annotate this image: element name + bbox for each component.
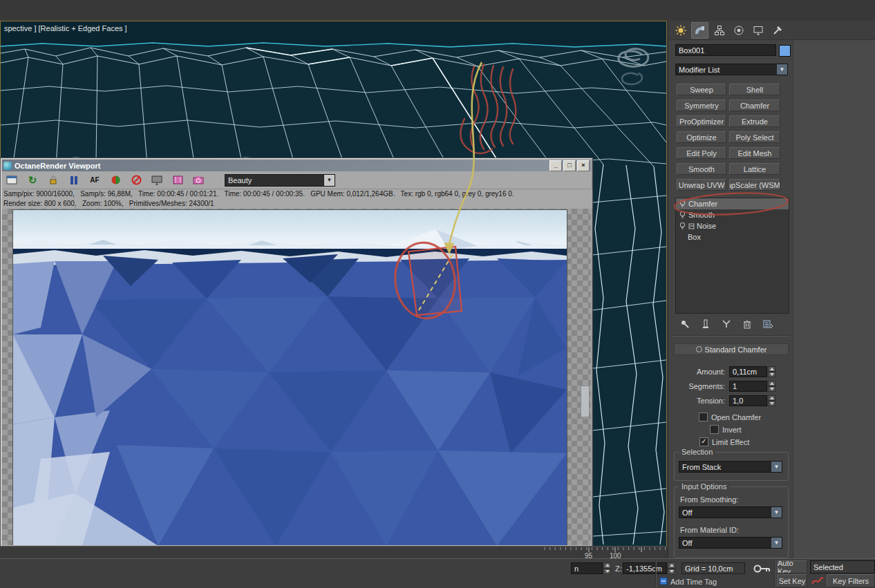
add-time-tag[interactable]: Add Time Tag [670, 578, 717, 586]
selection-set-dropdown[interactable]: Selected [810, 560, 875, 573]
z-spinner[interactable] [668, 562, 675, 574]
set-key-button[interactable]: Set Key [777, 574, 807, 587]
app-root: spective ] [Realistic + Edged Faces ] [0, 0, 875, 588]
viewport-lock-icon[interactable] [5, 173, 19, 187]
render-pass-dropdown[interactable]: Beauty ▼ [225, 174, 335, 187]
modifier-button-unwrapuvw[interactable]: Unwrap UVW [677, 179, 726, 191]
modifier-button-editmesh[interactable]: Edit Mesh [729, 147, 780, 159]
curves-icon[interactable] [811, 576, 824, 587]
from-material-dropdown[interactable]: Off ▼ [679, 537, 782, 549]
segments-label: Segments: [682, 382, 725, 390]
limit-effect-label: Limit Effect [712, 438, 749, 446]
tab-utilities[interactable] [769, 22, 786, 39]
modifier-button-prooptimizer[interactable]: ProOptimizer [677, 115, 726, 127]
lock-icon[interactable] [46, 173, 60, 187]
modifier-button-shell[interactable]: Shell [729, 84, 780, 95]
radio-icon [696, 346, 702, 352]
pause-icon[interactable] [67, 173, 81, 187]
open-chamfer-checkbox[interactable] [699, 412, 708, 421]
autofocus-icon[interactable]: AF [88, 173, 102, 187]
modifier-button-optimize[interactable]: Optimize [677, 131, 726, 143]
stack-item-box[interactable]: Box [676, 231, 789, 243]
camera-icon[interactable] [191, 173, 205, 187]
z-coordinate-field[interactable]: -1,1355cm [623, 562, 667, 574]
amount-spinner[interactable] [768, 366, 775, 377]
auto-key-button[interactable]: Auto Key [777, 560, 807, 573]
material-picker-icon[interactable] [109, 173, 122, 187]
y-coordinate-field-partial[interactable]: n [571, 562, 603, 574]
stack-item-chamfer[interactable]: Chamfer [676, 198, 789, 209]
separator [774, 560, 775, 587]
from-material-label: From Material ID: [680, 526, 739, 534]
bulb-icon[interactable] [679, 211, 686, 219]
chevron-down-icon[interactable]: ▼ [771, 538, 782, 548]
tab-motion[interactable] [730, 22, 747, 39]
rollout-standard-chamfer[interactable]: Standard Chamfer [674, 343, 789, 355]
film-icon[interactable] [171, 173, 185, 187]
display-mode-icon[interactable] [150, 173, 164, 187]
render-content-area[interactable] [2, 209, 591, 545]
tab-display[interactable] [749, 22, 766, 39]
invert-checkbox[interactable] [710, 425, 719, 434]
from-smoothing-dropdown[interactable]: Off ▼ [679, 506, 782, 518]
chevron-down-icon[interactable]: ▼ [776, 64, 787, 75]
bulb-icon[interactable] [679, 222, 686, 230]
octane-render-window[interactable]: OctaneRender Viewport _ □ × ↻ AF Beauty … [0, 158, 593, 547]
amount-label: Amount: [682, 368, 725, 376]
stop-disabled-icon[interactable] [129, 173, 143, 187]
modifier-button-sweep[interactable]: Sweep [677, 84, 726, 95]
pin-stack-icon[interactable] [679, 319, 690, 330]
tab-modify[interactable] [691, 22, 708, 39]
modifier-button-extrude[interactable]: Extrude [729, 115, 780, 127]
rollout-title: Standard Chamfer [705, 345, 767, 354]
show-end-result-icon[interactable] [700, 319, 711, 330]
vertical-scrollbar-thumb[interactable] [581, 386, 590, 417]
modifier-button-smooth[interactable]: Smooth [677, 163, 726, 175]
bulb-icon[interactable] [679, 200, 686, 208]
status-bar: n Z: -1,1355cm Grid = 10,0cm Auto Key Se… [0, 558, 875, 588]
selection-dropdown[interactable]: From Stack ▼ [679, 461, 782, 473]
modifier-button-chamfer[interactable]: Chamfer [729, 99, 780, 111]
stack-item-smooth[interactable]: Smooth [676, 209, 789, 220]
remove-modifier-icon[interactable] [742, 319, 753, 330]
segments-field[interactable]: 1 [729, 381, 767, 392]
stack-item-noise[interactable]: Noise [676, 220, 789, 231]
modifier-stack-list[interactable]: Chamfer Smooth Noise Box [675, 198, 789, 314]
track-bar-ruler[interactable]: 95 100 [0, 546, 668, 559]
tab-create[interactable] [672, 22, 689, 39]
maximize-button[interactable]: □ [563, 160, 576, 171]
segments-spinner[interactable] [768, 381, 775, 392]
viewport-label[interactable]: spective ] [Realistic + Edged Faces ] [4, 24, 127, 32]
tension-spinner[interactable] [768, 395, 775, 406]
amount-field[interactable]: 0,11cm [729, 366, 767, 377]
chevron-down-icon[interactable]: ▼ [771, 507, 782, 518]
command-panel-tabs [668, 21, 875, 40]
chevron-down-icon[interactable]: ▼ [771, 462, 782, 472]
modifier-button-editpoly[interactable]: Edit Poly [677, 147, 726, 159]
object-name-field[interactable]: Box001 [675, 44, 776, 56]
restart-render-icon[interactable]: ↻ [26, 173, 39, 187]
key-filters-button[interactable]: Key Filters [827, 574, 875, 587]
set-key-mode-button[interactable] [752, 562, 773, 576]
configure-modifier-sets-icon[interactable] [762, 319, 773, 330]
object-color-swatch[interactable] [779, 45, 791, 57]
modifier-button-symmetry[interactable]: Symmetry [677, 99, 726, 111]
modifier-button-mapscaler[interactable]: apScaler (WSM) [729, 179, 780, 191]
tab-hierarchy[interactable] [711, 22, 728, 39]
modifier-icon [688, 223, 695, 229]
minimize-button[interactable]: _ [549, 160, 562, 171]
close-button[interactable]: × [577, 160, 590, 171]
modifier-button-polyselect[interactable]: Poly Select [729, 131, 780, 143]
modifier-list-label: Modifier List [679, 66, 719, 74]
modifier-button-lattice[interactable]: Lattice [729, 163, 780, 175]
modifier-list-dropdown[interactable]: Modifier List ▼ [675, 64, 788, 75]
tension-field[interactable]: 1,0 [729, 395, 767, 406]
make-unique-icon[interactable] [721, 319, 732, 330]
chevron-down-icon[interactable]: ▼ [323, 175, 335, 186]
window-titlebar[interactable]: OctaneRender Viewport _ □ × [2, 160, 591, 171]
limit-effect-checkbox[interactable]: ✓ [699, 437, 708, 446]
y-spinner[interactable] [603, 562, 611, 574]
key-icon [753, 564, 771, 573]
stack-item-label: Box [688, 233, 701, 241]
octane-toolbar: ↻ AF Beauty ▼ [2, 171, 591, 189]
